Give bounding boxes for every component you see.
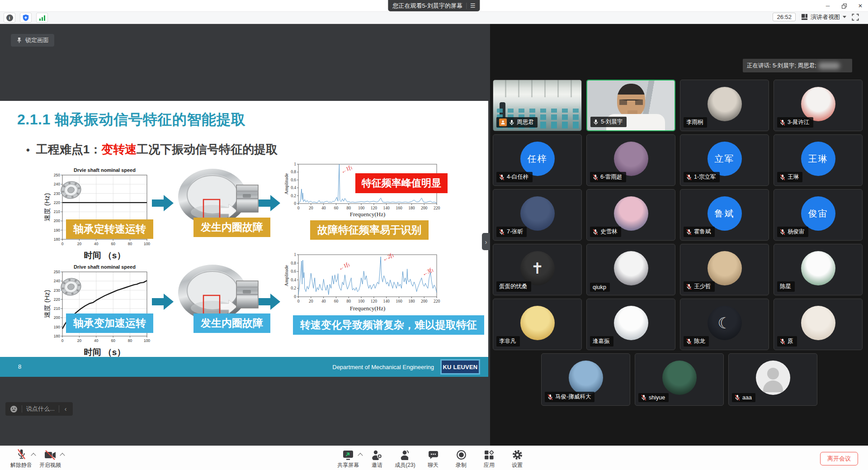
participant-tile[interactable]: 原: [774, 299, 863, 350]
hamburger-menu-icon[interactable]: ☰: [470, 3, 476, 9]
active-speakers-banner: 正在讲话: 5-刘晨宇; 周思君;: [743, 59, 852, 72]
participant-name: 原: [788, 337, 793, 345]
svg-text:160: 160: [396, 206, 402, 210]
chat-button[interactable]: 聊天: [419, 448, 447, 469]
quick-chat-bar[interactable]: 说点什么... ‹: [5, 402, 73, 416]
svg-text:20: 20: [77, 338, 82, 343]
avatar: [614, 251, 648, 285]
mic-muted-icon: [686, 284, 692, 290]
participant-name: 杨俊宙: [788, 228, 805, 236]
apps-button[interactable]: 应用: [475, 448, 503, 469]
network-status-button[interactable]: [36, 13, 48, 23]
panel-collapse-handle[interactable]: ›: [482, 233, 490, 250]
chat-input[interactable]: 说点什么...: [26, 405, 55, 413]
avatar-glyph: ✝: [531, 261, 544, 276]
svg-text:Amplitude: Amplitude: [284, 265, 289, 286]
avatar: [520, 196, 555, 231]
shared-screen-pane: 锁定画面 2.1.1 轴承振动信号特征的智能提取 •工程难点1：变转速工况下振动…: [0, 24, 490, 446]
close-button[interactable]: ✕: [855, 1, 865, 10]
view-mode-dropdown[interactable]: 演讲者视图: [801, 13, 846, 21]
svg-text:40: 40: [94, 338, 99, 343]
avatar: [614, 196, 648, 231]
svg-text:0: 0: [61, 338, 64, 343]
participant-tile[interactable]: qiukp: [586, 244, 675, 295]
share-screen-button[interactable]: 共享屏幕: [334, 448, 362, 469]
ball-bearing-photo: [57, 179, 85, 201]
participant-tile[interactable]: 陈星: [774, 244, 863, 295]
participant-name: 6-雷雨超: [600, 173, 623, 181]
svg-text:Frequency(Hz): Frequency(Hz): [350, 211, 386, 218]
toolbar-item-label: 共享屏幕: [337, 461, 359, 469]
participant-tile[interactable]: ☾ 陈龙: [680, 299, 769, 350]
participant-tile[interactable]: ✝蛋蛋的忧桑: [493, 244, 582, 295]
participant-tile[interactable]: 任梓 4-白任梓: [493, 134, 582, 186]
participant-tile[interactable]: 史雪林: [586, 189, 675, 241]
collapse-chat-button[interactable]: ‹: [63, 405, 68, 413]
participant-tile[interactable]: 3-晁许江: [774, 80, 863, 131]
participant-tile[interactable]: 李非凡: [493, 299, 582, 350]
participant-tile[interactable]: shiyue: [635, 353, 724, 406]
participant-tile[interactable]: 立军 1-宗立军: [680, 134, 769, 186]
svg-text:100: 100: [144, 242, 150, 246]
participant-name: 周思君: [517, 119, 534, 126]
host-badge: [499, 119, 507, 126]
mic-muted-button[interactable]: 解除静音: [7, 448, 35, 469]
participant-tile[interactable]: 俊宙 杨俊宙: [774, 189, 863, 241]
participant-tile[interactable]: 6-雷雨超: [586, 134, 675, 186]
participant-name-tag: 7-张昕: [496, 227, 527, 237]
toolbar-item-label: 解除静音: [10, 461, 32, 469]
participant-tile[interactable]: aaa: [728, 353, 817, 406]
invite-button[interactable]: 邀请: [363, 448, 391, 469]
apps-icon: [484, 448, 494, 460]
camera-off-button[interactable]: 开启视频: [36, 448, 64, 469]
participant-name: 马俊-挪威科大: [555, 393, 591, 401]
flow-arrow-icon: [259, 194, 280, 212]
leave-meeting-button[interactable]: 离开会议: [820, 452, 858, 465]
participant-name: 王少哲: [694, 283, 711, 290]
participant-name: 李雨桐: [686, 119, 703, 126]
svg-text:0.2: 0.2: [291, 286, 296, 290]
participant-tile[interactable]: 逢嘉振: [586, 299, 675, 350]
avatar: [614, 142, 648, 176]
security-button[interactable]: [20, 13, 32, 23]
participant-tile[interactable]: 5-刘晨宇: [586, 80, 675, 131]
fullscreen-button[interactable]: [852, 14, 859, 21]
meeting-info-button[interactable]: i: [4, 13, 15, 23]
record-button[interactable]: 录制: [447, 448, 475, 469]
participant-name: qiukp: [593, 284, 606, 290]
maximize-button[interactable]: [839, 1, 849, 10]
participant-tile[interactable]: 鲁斌 霍鲁斌: [680, 189, 769, 241]
participant-name: 陈龙: [694, 337, 705, 345]
svg-text:100: 100: [358, 206, 365, 210]
settings-button[interactable]: 设置: [503, 448, 531, 469]
svg-text:0: 0: [61, 242, 64, 246]
bullet-dot: •: [26, 144, 30, 156]
svg-text:140: 140: [383, 206, 390, 210]
svg-text:时间 （s）: 时间 （s）: [84, 251, 126, 260]
participant-tile[interactable]: 李雨桐: [680, 80, 769, 131]
svg-text:0: 0: [297, 299, 300, 304]
share-screen-icon: [343, 448, 354, 460]
svg-text:←1f1: ←1f1: [340, 163, 354, 175]
screen-watch-banner[interactable]: 您正在观看5-刘晨宇的屏幕 ☰: [388, 0, 480, 11]
lock-view-button[interactable]: 锁定画面: [11, 34, 54, 47]
toolbar-item-label: 设置: [512, 461, 523, 469]
svg-text:20: 20: [309, 299, 313, 304]
toolbar-item-label: 聊天: [428, 461, 439, 469]
svg-text:20: 20: [77, 242, 82, 246]
participant-tile[interactable]: 王少哲: [680, 244, 769, 295]
participant-name: 陈星: [780, 283, 791, 290]
participant-tile[interactable]: 马俊-挪威科大: [541, 353, 630, 406]
minimize-button[interactable]: ─: [823, 1, 833, 10]
view-controls-group: 26:52 演讲者视图: [773, 13, 859, 21]
svg-text:180: 180: [408, 299, 415, 304]
emoji-icon[interactable]: [10, 405, 18, 413]
callout-clear-peaks: 特征频率峰值明显: [355, 173, 448, 193]
participants-pane: 正在讲话: 5-刘晨宇; 周思君; 周思君 5-刘晨宇李雨桐 3-晁许江任梓 4…: [490, 24, 868, 446]
participant-tile[interactable]: 周思君: [493, 80, 582, 131]
mic-muted-icon: [641, 394, 646, 401]
participant-tile[interactable]: 7-张昕: [493, 189, 582, 241]
members-button[interactable]: 成员(23): [391, 448, 419, 469]
participant-tile[interactable]: 王琳 王琳: [774, 134, 863, 186]
participant-name: 王琳: [788, 173, 799, 181]
